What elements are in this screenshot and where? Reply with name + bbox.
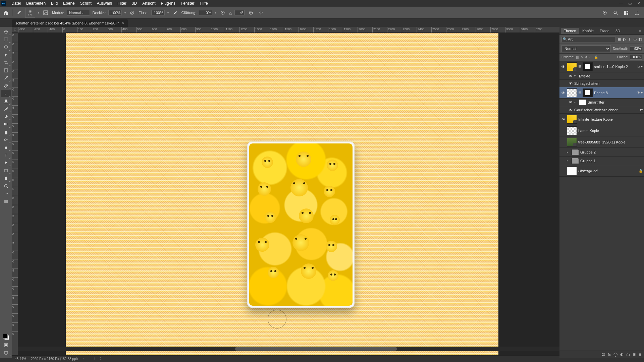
menu-edit[interactable]: Bearbeiten	[23, 1, 48, 6]
layer-row[interactable]: ▸Gruppe 2	[559, 148, 644, 157]
layer-row[interactable]: Lamm Kopie	[559, 125, 644, 136]
tab-3d[interactable]: 3D	[613, 28, 623, 34]
restore-button[interactable]: ▭	[628, 1, 632, 5]
info-popup-icon[interactable]: 〉	[83, 357, 86, 361]
foreground-color[interactable]	[3, 334, 8, 339]
zoom-tool[interactable]	[1, 182, 11, 190]
fx-icon[interactable]: fx	[608, 353, 611, 357]
lock-position-icon[interactable]: ✥	[585, 55, 588, 59]
layer-name[interactable]: Ebene 8	[594, 91, 635, 95]
lock-pixels-icon[interactable]: ▦	[576, 55, 579, 59]
angle-input[interactable]	[234, 10, 245, 15]
visibility-toggle[interactable]: 👁	[561, 65, 566, 69]
layer-filter-input[interactable]	[561, 36, 616, 42]
layer-name[interactable]: Gaußscher Weichzeichner	[574, 108, 639, 112]
menu-view[interactable]: Ansicht	[140, 1, 158, 6]
brush-panel-icon[interactable]	[42, 9, 49, 16]
pen-tool[interactable]	[1, 144, 11, 151]
quickmask-toggle[interactable]	[1, 342, 11, 349]
vertical-ruler[interactable]: 0050050050050050050050050050050050	[12, 33, 18, 358]
layer-thumbnail[interactable]	[567, 88, 577, 97]
menu-select[interactable]: Auswahl	[94, 1, 115, 6]
layer-opacity-input[interactable]	[630, 46, 642, 51]
marquee-tool[interactable]	[1, 36, 11, 43]
horizontal-scrollbar[interactable]	[18, 347, 559, 351]
healing-tool[interactable]	[1, 82, 11, 89]
blend-mode-select[interactable]: Normal ▾	[67, 10, 90, 16]
pressure-size-icon[interactable]	[247, 9, 255, 16]
layer-row[interactable]: 👁⛓Ebene 8👁 ▾	[559, 87, 644, 99]
zoom-level[interactable]: 43,44%	[15, 357, 26, 361]
layer-row[interactable]: ▸Gruppe 1	[559, 157, 644, 165]
color-swatches[interactable]	[3, 334, 9, 340]
expand-arrow-icon[interactable]: ▾	[574, 74, 578, 77]
layer-name[interactable]: Schlagschatten	[574, 81, 643, 85]
layer-thumbnail[interactable]	[567, 115, 577, 124]
visibility-toggle[interactable]: 👁	[561, 91, 566, 95]
mask-icon[interactable]: ◯	[613, 352, 618, 357]
pressure-opacity-icon[interactable]	[128, 9, 136, 16]
search-icon[interactable]	[612, 9, 619, 16]
tab-channels[interactable]: Kanäle	[580, 28, 596, 34]
layer-fill-input[interactable]	[630, 55, 642, 60]
filter-image-icon[interactable]: ▦	[617, 37, 621, 42]
lasso-tool[interactable]	[1, 44, 11, 51]
filter-blend-icon[interactable]: ⇄	[640, 108, 643, 112]
menu-image[interactable]: Bild	[48, 1, 60, 6]
layer-name[interactable]: Gruppe 1	[580, 159, 643, 163]
flow-input[interactable]	[151, 10, 165, 15]
filter-smart-icon[interactable]: ◧	[638, 37, 642, 42]
layer-name[interactable]: Lamm Kopie	[578, 129, 643, 133]
layer-name[interactable]: Effekte	[579, 74, 643, 78]
layer-row[interactable]: 👁Infinite Texture Kopie	[559, 114, 644, 125]
document-tab[interactable]: schatten erstellen.psdc bei 43,4% (Ebene…	[12, 19, 128, 27]
airbrush-icon[interactable]	[171, 9, 179, 16]
shape-tool[interactable]	[1, 167, 11, 174]
layer-thumbnail[interactable]	[567, 62, 577, 71]
lock-artboard-icon[interactable]: ▭	[589, 55, 592, 59]
canvas-area[interactable]: ◰ -300-200-10001002003004005006007008009…	[12, 27, 559, 358]
tab-paths[interactable]: Pfade	[597, 28, 612, 34]
visibility-toggle[interactable]: 👁	[568, 100, 573, 104]
type-tool[interactable]: T	[1, 152, 11, 159]
menu-type[interactable]: Schrift	[77, 1, 94, 6]
adjustment-icon[interactable]: ◐	[620, 352, 624, 357]
chevron-down-icon[interactable]: ▾	[215, 11, 216, 14]
gradient-tool[interactable]	[1, 121, 11, 128]
menu-file[interactable]: Datei	[9, 1, 23, 6]
delete-icon[interactable]: 🗑	[638, 353, 642, 357]
dodge-tool[interactable]	[1, 136, 11, 143]
frame-tool[interactable]	[1, 67, 11, 74]
path-select-tool[interactable]	[1, 159, 11, 167]
link-layers-icon[interactable]: ⛓	[601, 353, 605, 357]
more-tools[interactable]: ⋯	[1, 190, 11, 197]
menu-plugins[interactable]: Plug-ins	[158, 1, 178, 6]
layer-name[interactable]: Gruppe 2	[580, 150, 643, 154]
link-icon[interactable]: ⛓	[578, 65, 581, 68]
new-layer-icon[interactable]: ⊞	[633, 352, 636, 357]
minimize-button[interactable]: —	[619, 1, 623, 5]
lock-all-icon[interactable]: 🔒	[594, 55, 598, 59]
layer-thumbnail[interactable]	[567, 126, 577, 135]
layer-row[interactable]: 👁▾Smartfilter	[559, 99, 644, 106]
layer-name[interactable]: smilies-1…0 Kopie 2	[594, 65, 636, 69]
layer-name[interactable]: Hintergrund	[578, 169, 637, 173]
cloud-docs-icon[interactable]	[601, 9, 608, 16]
quick-select-tool[interactable]	[1, 51, 11, 59]
share-icon[interactable]	[633, 9, 641, 16]
layer-thumbnail[interactable]	[567, 167, 577, 175]
layer-mask-thumbnail[interactable]	[583, 62, 593, 71]
layer-row[interactable]: tree-3095683_1920(1) Kopie	[559, 136, 644, 148]
ruler-origin[interactable]: ◰	[12, 27, 18, 33]
tab-layers[interactable]: Ebenen	[561, 28, 579, 34]
stamp-tool[interactable]	[1, 98, 11, 105]
visibility-toggle[interactable]: 👁	[568, 81, 573, 85]
doc-info[interactable]: 2920 Px x 2160 Px (182,88 ppi)	[31, 357, 78, 361]
close-button[interactable]: ✕	[637, 1, 641, 5]
menu-filter[interactable]: Filter	[115, 1, 129, 6]
close-tab-icon[interactable]: ✕	[122, 21, 124, 25]
smoothing-options-icon[interactable]	[219, 9, 226, 16]
nav-right-icon[interactable]: 〉	[100, 357, 103, 361]
filter-shape-icon[interactable]: ▭	[633, 37, 637, 42]
menu-layer[interactable]: Ebene	[60, 1, 77, 6]
